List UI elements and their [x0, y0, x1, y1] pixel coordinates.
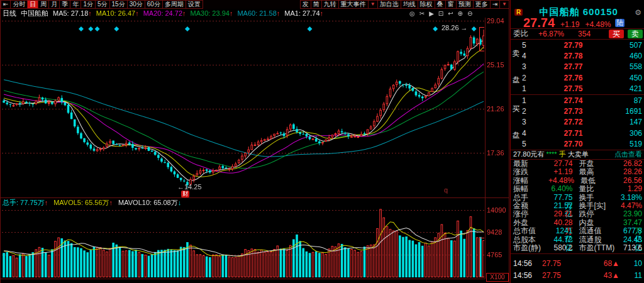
- ask-row[interactable]: 327.77558: [511, 62, 644, 72]
- toolbar-item-major-events[interactable]: 重大事件: [339, 0, 369, 9]
- vol-ma-label: 总手: 77.75万: [3, 199, 45, 206]
- toolbar-item-min15[interactable]: 15分: [110, 0, 128, 9]
- level-price: 27.79: [564, 41, 582, 50]
- toolbar-item-forecast[interactable]: 预测: [457, 0, 474, 9]
- stat-label: 外盘: [513, 219, 548, 227]
- stat-label: 内盘: [579, 219, 618, 227]
- legend-period: 日线: [3, 9, 16, 18]
- toolbar-item-ma-toggle[interactable]: 均线: [401, 0, 418, 9]
- toolbar-item-exclude-rights[interactable]: 除权: [418, 0, 435, 9]
- bid-row[interactable]: 227.731691: [511, 106, 644, 116]
- toolbar-item-min5[interactable]: 5分: [96, 0, 110, 9]
- price-tick-label: 25.15: [487, 61, 504, 69]
- toolbar-item-month[interactable]: 月: [49, 0, 60, 9]
- view-details-link[interactable]: 点击查看: [614, 150, 642, 158]
- play-icon[interactable]: ▶: [429, 9, 434, 18]
- bid-row[interactable]: 127.7487: [511, 95, 644, 106]
- chart-tool-icons: ◎✂▶⊡↩⊕⊖: [409, 9, 472, 18]
- ask-row[interactable]: 427.78460: [511, 50, 644, 61]
- major-events-caret-icon[interactable]: ▼: [369, 0, 378, 9]
- bid-row[interactable]: 527.70519: [511, 139, 644, 150]
- stat-value: 580.2: [548, 244, 573, 252]
- stat-value: 27.74: [548, 160, 573, 168]
- stat-label: 涨幅: [513, 177, 548, 185]
- forward-icon[interactable]: ⇥: [491, 0, 500, 9]
- toolbar-item-simplified[interactable]: 简: [311, 0, 322, 9]
- bid-row[interactable]: 427.71306: [511, 128, 644, 138]
- gear-icon[interactable]: ⚙: [635, 8, 641, 17]
- toolbar-item-min30[interactable]: 30分: [128, 0, 145, 9]
- level-price: 27.77: [564, 62, 582, 71]
- volume-tick-label: 4765: [487, 251, 502, 258]
- vol-legend-item-总手: 总手: 77.75万↑: [3, 199, 48, 206]
- toolbar-item-min60[interactable]: 60分: [145, 0, 163, 9]
- level-volume: 558: [616, 62, 642, 71]
- back-icon[interactable]: ⇤: [1, 0, 11, 9]
- stat-value: 1241亿: [548, 227, 573, 235]
- up-arrow-icon: ↑: [182, 9, 186, 17]
- stat-value: 28.26: [618, 168, 643, 176]
- cut-icon[interactable]: ✂: [419, 9, 425, 18]
- toolbar-item-min1[interactable]: 1分: [81, 0, 96, 9]
- zoom-in-icon[interactable]: ⊕: [458, 9, 463, 18]
- stats-row: 涨停29.21跌停23.90: [511, 210, 644, 218]
- level-price: 27.70: [564, 140, 582, 148]
- level-price: 27.78: [564, 52, 582, 60]
- buy-button[interactable]: 买: [609, 30, 624, 38]
- toolbar-item-nine-turn[interactable]: 九转: [322, 0, 339, 9]
- stat-label: 换手: [579, 194, 618, 202]
- toolbar-item-day[interactable]: 日: [28, 0, 38, 9]
- ask-row[interactable]: 527.79507: [511, 40, 644, 50]
- toolbar-item-settings[interactable]: 设置: [186, 0, 203, 9]
- tick-row: 14:5627.7543▲11: [511, 270, 644, 282]
- stat-value: 4.47%: [618, 202, 643, 210]
- toolbar-item-multi-period[interactable]: 多周期: [163, 0, 186, 9]
- toolbar-item-week[interactable]: 周: [38, 0, 49, 9]
- news-badge[interactable]: 财: [181, 191, 189, 197]
- stats-row: 金额21.52亿换手[实]4.47%: [511, 202, 644, 210]
- zoom-out-icon[interactable]: ⊖: [467, 9, 472, 18]
- candlestick-volume-chart[interactable]: [1, 0, 510, 283]
- ma-legend-item-ma5: MA5: 27.18↑: [53, 9, 92, 18]
- level-volume: 460: [616, 52, 642, 60]
- toolbar-item-window[interactable]: 窗: [446, 0, 457, 9]
- arrow-icon: ↓: [178, 199, 182, 206]
- more-caret-icon[interactable]: ▼: [500, 0, 509, 9]
- bid-row[interactable]: 327.72147: [511, 117, 644, 128]
- ask-row[interactable]: 227.76450: [511, 72, 644, 83]
- level-price: 27.76: [564, 74, 582, 82]
- toolbar-item-intraday[interactable]: 分时: [11, 0, 28, 9]
- level-price: 27.73: [564, 107, 582, 116]
- toolbar-item-overlay[interactable]: 叠: [435, 0, 446, 9]
- toolbar-item-quarter[interactable]: 季: [60, 0, 70, 9]
- price-change-pct: +4.48%: [585, 20, 611, 29]
- stats-row: 最新27.74开盘26.82: [511, 160, 644, 168]
- toolbar-item-publish[interactable]: 发: [300, 0, 311, 9]
- stat-label: 换手[实]: [579, 202, 618, 210]
- weibi-diff: 354: [578, 30, 591, 38]
- stats-row: 外盘40.28万内盘37.47万: [511, 219, 644, 227]
- stat-label: 跌停: [579, 210, 618, 218]
- level-volume: 450: [616, 74, 642, 82]
- undo-icon[interactable]: ↩: [448, 9, 453, 18]
- volume-unit-box: X100: [486, 273, 509, 282]
- ask-row[interactable]: 127.75421: [511, 84, 644, 94]
- ma-legend-item-ma1: MA1: 27.74↑: [284, 9, 323, 18]
- low-annotation: ←14.25: [177, 183, 202, 191]
- tick-count: 68▲: [604, 258, 619, 270]
- level-volume: 87: [616, 96, 642, 105]
- sell-button[interactable]: 卖: [628, 30, 643, 38]
- crosshair-icon[interactable]: ◎: [409, 9, 415, 18]
- up-arrow-icon: ↑: [230, 9, 233, 17]
- toolbar-item-add-watchlist[interactable]: 加自选: [378, 0, 401, 9]
- toolbar-item-year[interactable]: 年: [70, 0, 81, 9]
- lu-badge[interactable]: 陆: [615, 19, 625, 27]
- ma-label: MA10: 26.47: [96, 9, 135, 17]
- stat-value: 3.18%: [618, 194, 643, 202]
- lock-icon[interactable]: ⊡: [438, 9, 443, 18]
- volume-legend: 总手: 77.75万↑MAVOL5: 65.56万↑MAVOL10: 65.08…: [3, 199, 181, 206]
- stat-value: 713.6: [618, 244, 643, 252]
- hint-text: ****: [547, 150, 557, 158]
- toolbar-item-more[interactable]: 更多: [474, 0, 491, 9]
- stat-label: 总手: [513, 194, 548, 202]
